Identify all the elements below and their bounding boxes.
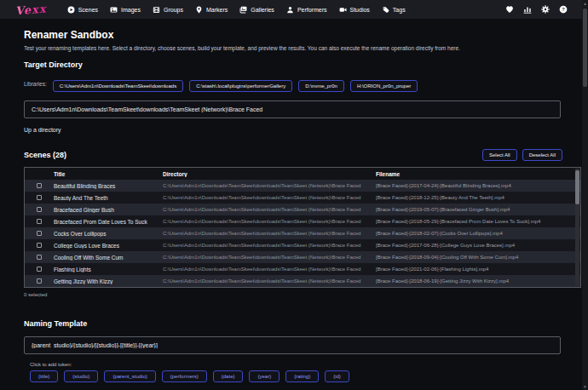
svg-text:?: ? [562,7,565,12]
column-filename: Filename [376,171,580,177]
table-row: Beauty And The TeethC:\Users\Adm1n\Downl… [25,192,580,204]
table-scrollbar-thumb[interactable] [575,170,579,204]
library-path-button[interactable]: D:\nvme_pr0n [298,80,344,92]
nav-item-tags[interactable]: Tags [382,6,406,14]
scene-filename: [Brace Faced]-[2017-04-24]-[Beautiful Bl… [376,183,580,188]
statistics-chart-icon[interactable] [523,5,532,14]
library-path-button[interactable]: H:\ORION_pr0n_proper [350,80,418,92]
nav-item-label: Groups [164,7,183,13]
library-path-button[interactable]: C:\stash\.local\plugins\performerGallery [189,80,292,92]
row-checkbox[interactable] [37,207,42,212]
row-checkbox[interactable] [37,278,42,284]
scene-filename: [Brace Faced]-[2018-09-04]-[Cooling Off … [376,255,580,260]
token-button[interactable]: {performers} [162,370,207,382]
scene-title: Bracefaced Prom Date Loves To Suck [54,219,163,225]
select-all-button[interactable]: Select All [482,149,517,161]
library-buttons: C:\Users\Adm1n\Downloads\TeamSkeet\downl… [53,76,424,92]
top-navbar: Vexx Scenes Images Groups Markers Galler… [0,0,588,19]
scrollbar-up-arrow[interactable]: ▲ [582,0,588,7]
nav-item-markers[interactable]: Markers [195,6,228,14]
nav-item-images[interactable]: Images [110,6,141,14]
table-body: Beautiful Blinding BracesC:\Users\Adm1n\… [25,180,580,287]
up-directory-link[interactable]: Up a directory [24,127,75,133]
scene-title: Cocks Over Lollipops [54,231,163,237]
scene-title: Beautiful Blinding Braces [54,183,163,189]
nav-item-label: Galleries [251,7,274,13]
add-token-label: Click to add token: [30,362,556,367]
table-row: Flashing LightsC:\Users\Adm1n\Downloads\… [25,263,580,275]
scene-title: Cooling Off With Some Cum [54,255,163,261]
scene-directory: C:\Users\Adm1n\Downloads\TeamSkeet\downl… [163,255,376,260]
row-checkbox[interactable] [37,219,42,224]
library-path-button[interactable]: C:\Users\Adm1n\Downloads\TeamSkeet\downl… [53,80,183,92]
token-button[interactable]: {title} [30,370,58,382]
row-checkbox[interactable] [37,267,42,272]
token-button[interactable]: {studio} [64,370,98,382]
libraries-row: Libraries: C:\Users\Adm1n\Downloads\Team… [24,76,556,92]
scrollbar-down-arrow[interactable]: ▼ [582,383,588,390]
naming-template-input[interactable] [24,336,561,354]
table-row: College Guys Love BracesC:\Users\Adm1n\D… [25,239,580,251]
token-button[interactable]: {year} [249,370,280,382]
scene-filename: [Brace Faced]-[2017-06-28]-[College Guys… [376,243,580,248]
token-button[interactable]: {id} [325,370,349,382]
page-scrollbar[interactable]: ▲ ▼ [582,0,588,390]
selected-count: 0 selected [24,292,556,297]
row-checkbox[interactable] [37,195,42,200]
scene-directory: C:\Users\Adm1n\Downloads\TeamSkeet\downl… [163,195,376,200]
scene-directory: C:\Users\Adm1n\Downloads\TeamSkeet\downl… [163,278,376,284]
video-camera-icon [339,6,347,14]
nav-item-galleries[interactable]: Galleries [239,6,274,14]
film-icon [153,6,160,14]
renamer-sandbox-page: Renamer Sandbox Test your renaming templ… [0,19,582,390]
scene-directory: C:\Users\Adm1n\Downloads\TeamSkeet\downl… [163,219,376,224]
scene-title: Bracefaced Ginger Bush [54,207,163,213]
row-checkbox[interactable] [37,243,42,248]
row-checkbox[interactable] [37,183,42,188]
scene-directory: C:\Users\Adm1n\Downloads\TeamSkeet\downl… [163,231,376,236]
row-checkbox[interactable] [37,231,42,236]
settings-gear-icon[interactable] [541,5,550,14]
table-scrollbar[interactable] [575,169,579,286]
user-icon [286,6,294,14]
row-checkbox[interactable] [37,255,42,260]
naming-template-heading: Naming Template [24,319,556,328]
image-icon [110,6,118,14]
donate-heart-icon[interactable] [505,5,514,14]
nav-item-groups[interactable]: Groups [153,6,183,14]
help-icon[interactable]: ? [559,5,568,14]
column-directory: Directory [163,171,376,177]
scenes-heading: Scenes (28) [24,151,66,159]
table-row: Getting Jizzy With KizzyC:\Users\Adm1n\D… [25,275,580,287]
nav-item-label: Performers [297,7,327,13]
table-row: Cooling Off With Some CumC:\Users\Adm1n\… [25,251,580,263]
nav-item-studios[interactable]: Studios [339,6,370,14]
scenes-table: Title Directory Filename Beautiful Blind… [24,167,581,288]
nav-item-label: Tags [393,7,406,13]
token-button[interactable]: {date} [213,370,244,382]
scene-filename: [Brace Faced]-[2019-05-07]-[Bracefaced G… [376,207,580,212]
map-marker-icon [195,6,203,14]
scene-title: Flashing Lights [54,267,163,272]
token-button[interactable]: {rating} [285,370,319,382]
scrollbar-thumb[interactable] [583,9,587,87]
nav-items: Scenes Images Groups Markers Galleries P… [67,6,418,14]
scene-filename: [Brace Faced]-[2021-02-06]-[Flashing Lig… [376,267,580,272]
table-row: Bracefaced Ginger BushC:\Users\Adm1n\Dow… [25,204,580,215]
scene-filename: [Brace Faced]-[2018-02-07]-[Cocks Over L… [376,231,580,236]
app-logo[interactable]: Vexx [14,2,47,17]
target-directory-heading: Target Directory [24,60,556,69]
nav-item-performers[interactable]: Performers [286,6,327,14]
scene-title: Getting Jizzy With Kizzy [54,278,163,284]
token-button[interactable]: {parent_studio} [104,370,155,382]
deselect-all-button[interactable]: Deselect All [522,149,562,161]
tag-icon [382,6,389,14]
page-title: Renamer Sandbox [24,29,556,41]
directory-path-input[interactable] [24,100,561,118]
libraries-label: Libraries: [24,81,47,87]
nav-item-scenes[interactable]: Scenes [67,6,98,14]
scene-directory: C:\Users\Adm1n\Downloads\TeamSkeet\downl… [163,207,376,212]
scene-filename: [Brace Faced]-[2018-06-19]-[Getting Jizz… [376,278,580,284]
table-header: Title Directory Filename [25,168,580,180]
table-row: Cocks Over LollipopsC:\Users\Adm1n\Downl… [25,227,580,239]
